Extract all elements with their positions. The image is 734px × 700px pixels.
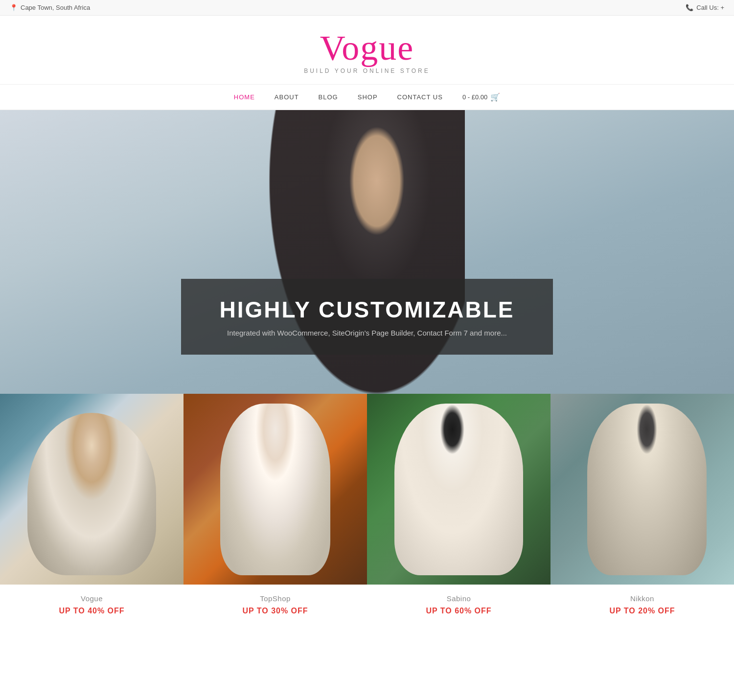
nav-shop[interactable]: SHOP <box>358 93 378 101</box>
top-bar-call: 📞 Call Us: + <box>686 4 724 11</box>
top-bar-location: 📍 Cape Town, South Africa <box>10 4 90 11</box>
site-header: Vogue BUILD YOUR ONLINE STORE <box>0 16 734 85</box>
product-image-vogue <box>0 394 184 585</box>
product-name-vogue: Vogue <box>5 594 179 603</box>
product-image-sabino <box>367 394 550 585</box>
hero-subtitle: Integrated with WooCommerce, SiteOrigin'… <box>210 329 524 337</box>
nav-home[interactable]: HOME <box>234 93 255 101</box>
location-icon: 📍 <box>10 4 18 11</box>
product-card-nikkon[interactable]: Nikkon UP TO 20% OFF <box>550 394 734 620</box>
product-name-nikkon: Nikkon <box>555 594 729 603</box>
product-name-sabino: Sabino <box>372 594 546 603</box>
nav-blog[interactable]: BLOG <box>319 93 338 101</box>
cart-icon: 🛒 <box>490 92 500 102</box>
main-nav: HOME ABOUT BLOG SHOP CONTACT US 0 - £0.0… <box>0 85 734 110</box>
hero-section: HIGHLY CUSTOMIZABLE Integrated with WooC… <box>0 110 734 394</box>
cart-label: 0 - £0.00 <box>462 93 487 101</box>
product-image-nikkon <box>550 394 734 585</box>
product-discount-sabino: UP TO 60% OFF <box>372 607 546 615</box>
top-bar: 📍 Cape Town, South Africa 📞 Call Us: + <box>0 0 734 16</box>
hero-overlay: HIGHLY CUSTOMIZABLE Integrated with WooC… <box>181 279 553 355</box>
phone-icon: 📞 <box>686 4 693 11</box>
site-tagline: BUILD YOUR ONLINE STORE <box>10 68 724 74</box>
product-discount-vogue: UP TO 40% OFF <box>5 607 179 615</box>
nav-about[interactable]: ABOUT <box>275 93 299 101</box>
product-info-topshop: TopShop UP TO 30% OFF <box>184 585 367 620</box>
nav-contact[interactable]: CONTACT US <box>397 93 443 101</box>
product-info-vogue: Vogue UP TO 40% OFF <box>0 585 184 620</box>
product-card-topshop[interactable]: TopShop UP TO 30% OFF <box>184 394 367 620</box>
call-text: Call Us: + <box>696 4 724 11</box>
product-name-topshop: TopShop <box>188 594 362 603</box>
site-title[interactable]: Vogue <box>10 30 724 66</box>
product-card-sabino[interactable]: Sabino UP TO 60% OFF <box>367 394 550 620</box>
hero-title: HIGHLY CUSTOMIZABLE <box>210 296 524 323</box>
location-text: Cape Town, South Africa <box>21 4 90 11</box>
cart-button[interactable]: 0 - £0.00 🛒 <box>462 92 500 102</box>
products-section: Vogue UP TO 40% OFF TopShop UP TO 30% OF… <box>0 394 734 620</box>
product-image-topshop <box>184 394 367 585</box>
product-card-vogue[interactable]: Vogue UP TO 40% OFF <box>0 394 184 620</box>
product-discount-topshop: UP TO 30% OFF <box>188 607 362 615</box>
product-discount-nikkon: UP TO 20% OFF <box>555 607 729 615</box>
product-info-sabino: Sabino UP TO 60% OFF <box>367 585 550 620</box>
product-info-nikkon: Nikkon UP TO 20% OFF <box>550 585 734 620</box>
